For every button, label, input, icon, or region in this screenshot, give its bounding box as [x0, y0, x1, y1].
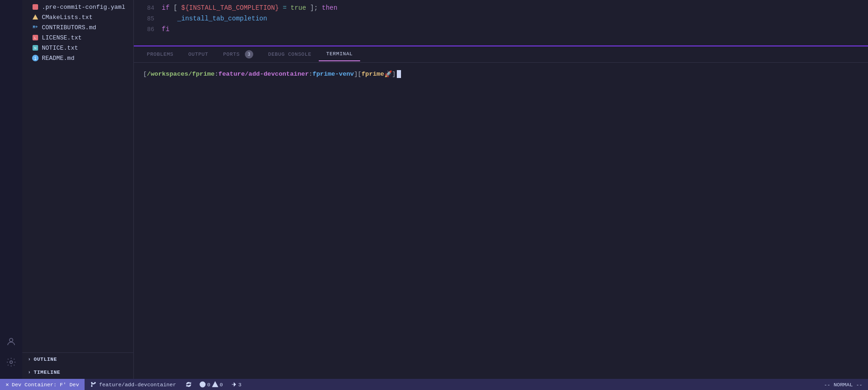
code-lines: 84 if [ ${INSTALL_TAB_COMPLETION} = true…	[134, 0, 868, 38]
status-devcontainer[interactable]: ✕ Dev Container: F' Dev	[0, 379, 85, 390]
file-name: NOTICE.txt	[42, 45, 78, 52]
svg-text:N: N	[34, 46, 37, 50]
file-item-cmake[interactable]: CMakeLists.txt	[22, 12, 133, 22]
svg-point-10	[92, 385, 92, 386]
file-item-readme[interactable]: i README.md	[22, 53, 133, 63]
file-name: CMakeLists.txt	[42, 14, 92, 21]
settings-icon[interactable]	[3, 354, 20, 370]
file-item-license[interactable]: L LICENSE.txt	[22, 32, 133, 43]
svg-text:L: L	[34, 36, 37, 40]
prompt-close-bracket-2: ]	[392, 71, 396, 78]
code-line-86: 86 fi	[134, 24, 868, 35]
line-content-84: if [ ${INSTALL_TAB_COMPLETION} = true ];…	[162, 3, 868, 13]
prompt-user: fprime	[362, 71, 384, 78]
tab-output[interactable]: OUTPUT	[181, 48, 216, 61]
ports-icon	[230, 381, 237, 388]
error-icon	[199, 381, 206, 388]
account-icon[interactable]	[3, 333, 20, 350]
notice-icon: N	[32, 44, 39, 52]
tab-problems[interactable]: PROBLEMS	[139, 48, 181, 61]
svg-marker-3	[33, 14, 38, 20]
svg-point-12	[92, 382, 92, 383]
terminal-prompt: [/workspaces/fprime:feature/add-devconta…	[143, 70, 859, 78]
sidebar: .pre-commit-config.yaml CMakeLists.txt M…	[22, 0, 134, 379]
outline-panel-header[interactable]: › OUTLINE	[22, 353, 133, 366]
svg-point-15	[202, 385, 203, 386]
status-ports[interactable]: 3	[227, 379, 245, 390]
readme-icon: i	[32, 54, 39, 62]
md-icon: M+	[32, 24, 39, 31]
status-errors[interactable]: 0 0	[196, 379, 227, 390]
prompt-branch: feature/add-devcontainer	[218, 71, 309, 78]
prompt-venv: fprime-venv	[313, 71, 354, 78]
tab-ports[interactable]: PORTS 3	[216, 46, 261, 62]
file-name: .pre-commit-config.yaml	[42, 4, 125, 11]
warning-icon	[212, 381, 218, 388]
line-content-86: fi	[162, 24, 868, 34]
main-area: .pre-commit-config.yaml CMakeLists.txt M…	[0, 0, 868, 379]
svg-point-0	[9, 338, 13, 342]
line-number-84: 84	[134, 3, 162, 13]
line-number-86: 86	[134, 25, 162, 35]
status-sync[interactable]	[182, 379, 196, 390]
prompt-space: 🚀	[384, 70, 392, 78]
file-list: .pre-commit-config.yaml CMakeLists.txt M…	[22, 0, 133, 352]
code-line-85: 85 _install_tab_completion	[134, 13, 868, 24]
license-icon: L	[32, 34, 39, 41]
file-name: LICENSE.txt	[42, 34, 82, 41]
outline-label: OUTLINE	[34, 357, 57, 362]
status-branch[interactable]: feature/add-devcontainer	[85, 379, 182, 390]
branch-icon	[90, 381, 97, 388]
yaml-icon	[32, 3, 39, 11]
branch-name: feature/add-devcontainer	[99, 382, 176, 388]
prompt-path: /workspaces/fprime	[147, 71, 215, 78]
prompt-colon-1: :	[215, 71, 218, 78]
status-right: -- NORMAL --	[818, 379, 868, 390]
file-item-contributors[interactable]: M+ CONTRIBUTORS.md	[22, 22, 133, 32]
prompt-colon-2: :	[309, 71, 312, 78]
status-left: ✕ Dev Container: F' Dev feature/add-devc…	[0, 379, 245, 390]
svg-text:i: i	[34, 56, 37, 61]
editor-area: 84 if [ ${INSTALL_TAB_COMPLETION} = true…	[134, 0, 868, 46]
svg-rect-2	[33, 4, 38, 10]
status-bar: ✕ Dev Container: F' Dev feature/add-devc…	[0, 379, 868, 390]
file-item-notice[interactable]: N NOTICE.txt	[22, 43, 133, 53]
error-count: 0	[207, 382, 210, 388]
right-panel: 84 if [ ${INSTALL_TAB_COMPLETION} = true…	[134, 0, 868, 379]
prompt-close-bracket-1: ]	[354, 71, 358, 78]
tab-debug-console[interactable]: DEBUG CONSOLE	[261, 48, 319, 61]
chevron-right-icon: ›	[28, 370, 31, 375]
prompt-open-bracket-2: [	[358, 71, 362, 78]
file-name: README.md	[42, 55, 74, 62]
warning-count: 0	[220, 382, 223, 388]
code-line-84: 84 if [ ${INSTALL_TAB_COMPLETION} = true…	[134, 3, 868, 13]
file-name: CONTRIBUTORS.md	[42, 24, 96, 31]
cursor	[397, 70, 401, 78]
sidebar-panels: › OUTLINE › TIMELINE	[22, 352, 133, 379]
devcontainer-label: Dev Container: F' Dev	[12, 382, 79, 388]
timeline-label: TIMELINE	[34, 370, 60, 375]
terminal-tabs: PROBLEMS OUTPUT PORTS 3 DEBUG CONSOLE TE…	[134, 46, 868, 63]
prompt-open-bracket: [	[143, 71, 147, 78]
status-mode: -- NORMAL --	[818, 379, 868, 390]
terminal-panel: PROBLEMS OUTPUT PORTS 3 DEBUG CONSOLE TE…	[134, 46, 868, 379]
chevron-right-icon: ›	[28, 357, 31, 362]
tab-terminal[interactable]: TERMINAL	[319, 47, 360, 61]
svg-point-18	[215, 385, 215, 386]
file-item-pre-commit[interactable]: .pre-commit-config.yaml	[22, 2, 133, 12]
timeline-panel-header[interactable]: › TIMELINE	[22, 366, 133, 379]
line-number-85: 85	[134, 14, 162, 24]
devcontainer-cross-icon: ✕	[6, 381, 9, 388]
cmake-icon	[32, 13, 39, 21]
ports-count: 3	[238, 382, 242, 388]
line-content-85: _install_tab_completion	[162, 13, 868, 24]
activity-bar	[0, 0, 22, 379]
ports-badge: 3	[245, 50, 253, 58]
sync-icon	[185, 381, 192, 388]
terminal-content[interactable]: [/workspaces/fprime:feature/add-devconta…	[134, 63, 868, 379]
svg-point-1	[10, 361, 13, 364]
